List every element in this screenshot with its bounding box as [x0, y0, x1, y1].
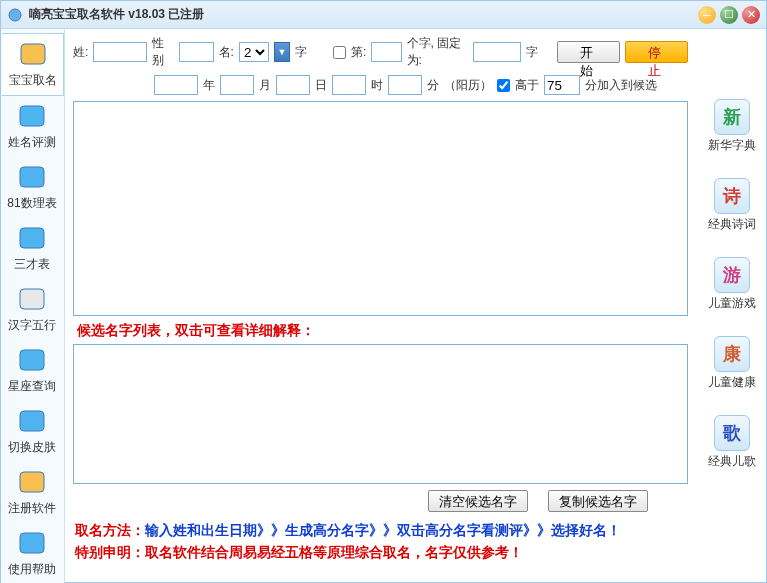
svg-rect-5 — [20, 289, 44, 309]
year-suffix: 年 — [203, 77, 215, 94]
footer-disclaimer-label: 特别申明： — [75, 544, 145, 560]
sidebar-item-label: 切换皮肤 — [1, 439, 63, 456]
sidebar-item-label: 汉字五行 — [1, 317, 63, 334]
pos-suffix: 个字, 固定为: — [407, 35, 469, 69]
sidebar-item-label: 姓名评测 — [1, 134, 63, 151]
grid-icon — [14, 222, 50, 254]
sidebar-item-label: 星座查询 — [1, 378, 63, 395]
book-icon — [14, 283, 50, 315]
svg-point-0 — [9, 9, 21, 21]
sidebar-item-8[interactable]: 使用帮助 — [1, 523, 63, 583]
copy-candidates-button[interactable]: 复制候选名字 — [548, 490, 648, 512]
sidebar-item-label: 注册软件 — [1, 500, 63, 517]
svg-rect-9 — [20, 533, 44, 553]
sidebar-item-3[interactable]: 三才表 — [1, 218, 63, 279]
svg-rect-6 — [20, 350, 44, 370]
start-button[interactable]: 开 始 — [557, 41, 620, 63]
calendar-label: （阳历） — [444, 77, 492, 94]
rightbar-label: 新华字典 — [698, 137, 766, 154]
day-suffix: 日 — [315, 77, 327, 94]
sidebar-item-6[interactable]: 切换皮肤 — [1, 401, 63, 462]
clear-candidates-button[interactable]: 清空候选名字 — [428, 490, 528, 512]
close-button[interactable]: ✕ — [742, 6, 760, 24]
calendar-icon — [14, 161, 50, 193]
form-row-1: 姓: 性别 男 名: 2▼ 字 第: 个字, 固定为: 字 开 始 停 止 — [73, 35, 688, 69]
sidebar: 宝宝取名姓名评测81数理表三才表汉字五行星座查询切换皮肤注册软件使用帮助 — [1, 29, 65, 583]
higher-than-checkbox[interactable] — [497, 79, 510, 92]
globe-icon — [14, 344, 50, 376]
rightbar-icon: 新 — [714, 99, 750, 135]
rightbar-item-2[interactable]: 游儿童游戏 — [698, 257, 766, 312]
shirt-icon — [14, 405, 50, 437]
month-input[interactable] — [220, 75, 254, 95]
app-window: 嘀亮宝宝取名软件 v18.03 已注册 ─ ☐ ✕ 宝宝取名姓名评测81数理表三… — [0, 0, 767, 583]
people-icon — [15, 38, 51, 70]
sidebar-item-0[interactable]: 宝宝取名 — [2, 33, 64, 96]
gender-select[interactable]: 男 — [179, 42, 214, 62]
pos-suffix2: 字 — [526, 44, 538, 61]
hour-suffix: 时 — [371, 77, 383, 94]
higher-suffix: 分加入到候选 — [585, 77, 657, 94]
surname-label: 姓: — [73, 44, 88, 61]
sidebar-item-label: 使用帮助 — [1, 561, 63, 578]
fix-position-checkbox[interactable] — [333, 46, 346, 59]
rightbar-label: 经典儿歌 — [698, 453, 766, 470]
rightbar-icon: 游 — [714, 257, 750, 293]
name-count-select[interactable]: 2 — [239, 42, 269, 62]
results-textarea[interactable] — [73, 101, 688, 316]
chevron-down-icon[interactable]: ▼ — [274, 42, 290, 62]
minute-input[interactable] — [388, 75, 422, 95]
pos-label: 第: — [351, 44, 366, 61]
footer-disclaimer-text: 取名软件结合周易易经五格等原理综合取名，名字仅供参考！ — [145, 544, 523, 560]
footer-method-label: 取名方法： — [75, 522, 145, 538]
candidate-list-label: 候选名字列表，双击可查看详细解释： — [73, 316, 688, 344]
sidebar-item-label: 81数理表 — [1, 195, 63, 212]
key-icon — [14, 466, 50, 498]
sidebar-item-7[interactable]: 注册软件 — [1, 462, 63, 523]
svg-rect-3 — [20, 167, 44, 187]
help-icon — [14, 527, 50, 559]
name-label: 名: — [219, 44, 234, 61]
minute-suffix: 分 — [427, 77, 439, 94]
rightbar-label: 儿童游戏 — [698, 295, 766, 312]
rightbar-label: 儿童健康 — [698, 374, 766, 391]
rightbar-item-4[interactable]: 歌经典儿歌 — [698, 415, 766, 470]
rightbar-item-0[interactable]: 新新华字典 — [698, 99, 766, 154]
rightbar: 新新华字典诗经典诗词游儿童游戏康儿童健康歌经典儿歌 — [698, 29, 766, 583]
sidebar-item-label: 三才表 — [1, 256, 63, 273]
sidebar-item-label: 宝宝取名 — [2, 72, 63, 89]
sidebar-item-2[interactable]: 81数理表 — [1, 157, 63, 218]
higher-value-input[interactable] — [544, 75, 580, 95]
candidate-textarea[interactable] — [73, 344, 688, 484]
year-input[interactable] — [154, 75, 198, 95]
svg-rect-2 — [20, 106, 44, 126]
day-input[interactable] — [276, 75, 310, 95]
rightbar-icon: 诗 — [714, 178, 750, 214]
svg-rect-8 — [20, 472, 44, 492]
footer-method-text: 输入姓和出生日期》》生成高分名字》》双击高分名字看测评》》选择好名！ — [145, 522, 621, 538]
minimize-button[interactable]: ─ — [698, 6, 716, 24]
position-select[interactable] — [371, 42, 401, 62]
stop-button[interactable]: 停 止 — [625, 41, 688, 63]
rightbar-icon: 康 — [714, 336, 750, 372]
app-icon — [7, 7, 23, 23]
group-icon — [14, 100, 50, 132]
rightbar-item-1[interactable]: 诗经典诗词 — [698, 178, 766, 233]
surname-input[interactable] — [93, 42, 147, 62]
gender-label: 性别 — [152, 35, 173, 69]
titlebar: 嘀亮宝宝取名软件 v18.03 已注册 ─ ☐ ✕ — [1, 1, 766, 29]
char-suffix: 字 — [295, 44, 307, 61]
rightbar-item-3[interactable]: 康儿童健康 — [698, 336, 766, 391]
sidebar-item-5[interactable]: 星座查询 — [1, 340, 63, 401]
svg-rect-7 — [20, 411, 44, 431]
form-row-2: 年 月 日 时 分 （阳历） 高于 分加入到候选 — [73, 75, 688, 95]
hour-input[interactable] — [332, 75, 366, 95]
fixed-char-input[interactable] — [473, 42, 521, 62]
svg-rect-1 — [21, 44, 45, 64]
rightbar-icon: 歌 — [714, 415, 750, 451]
sidebar-item-1[interactable]: 姓名评测 — [1, 96, 63, 157]
main-panel: 姓: 性别 男 名: 2▼ 字 第: 个字, 固定为: 字 开 始 停 止 — [65, 29, 698, 583]
maximize-button[interactable]: ☐ — [720, 6, 738, 24]
sidebar-item-4[interactable]: 汉字五行 — [1, 279, 63, 340]
higher-label: 高于 — [515, 77, 539, 94]
